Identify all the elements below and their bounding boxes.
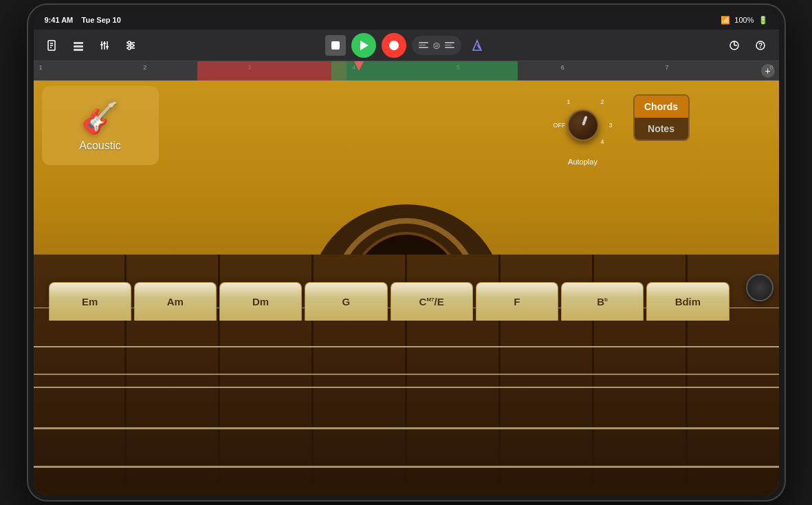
chord-button-G[interactable]: G bbox=[305, 282, 387, 321]
mixer-button[interactable] bbox=[94, 35, 115, 56]
autoplay-label-off: OFF bbox=[553, 122, 566, 129]
chord-button-F[interactable]: F bbox=[476, 282, 558, 321]
play-icon bbox=[360, 41, 369, 50]
help-button[interactable]: ? bbox=[750, 35, 771, 56]
record-icon bbox=[389, 41, 399, 50]
battery-icon: 🔋 bbox=[758, 16, 768, 25]
svg-rect-4 bbox=[74, 42, 83, 44]
time-display: 9:41 AM bbox=[45, 16, 74, 24]
chord-button-CM7E[interactable]: CM7/E bbox=[391, 282, 473, 321]
ipad-frame: 9:41 AM Tue Sep 10 📶 100% 🔋 bbox=[28, 5, 784, 500]
status-indicators: 📶 100% 🔋 bbox=[721, 16, 767, 25]
autoplay-dial-area[interactable]: OFF 1 2 3 4 bbox=[552, 94, 614, 156]
autoplay-label: Autoplay bbox=[568, 158, 597, 166]
mode-toggle: Chords Notes bbox=[633, 94, 690, 141]
chord-button-Am[interactable]: Am bbox=[134, 282, 217, 321]
home-button[interactable] bbox=[746, 274, 773, 301]
equal-icon: ⊜ bbox=[431, 40, 442, 51]
svg-rect-6 bbox=[74, 49, 83, 51]
main-content: 🎸 Acoustic OFF 1 2 3 4 Autoplay Chords N… bbox=[34, 80, 779, 495]
status-bar: 9:41 AM Tue Sep 10 📶 100% 🔋 bbox=[34, 10, 779, 30]
play-button[interactable] bbox=[351, 33, 376, 58]
svg-rect-5 bbox=[74, 45, 83, 47]
settings-button[interactable] bbox=[120, 35, 141, 56]
autoplay-label-4: 4 bbox=[600, 138, 604, 145]
timeline-playhead[interactable] bbox=[354, 61, 364, 71]
guitar-string-4 bbox=[34, 427, 779, 429]
chord-buttons: Em Am Dm G CM7/E F Bb Bdim bbox=[34, 282, 745, 321]
chord-button-Em[interactable]: Em bbox=[49, 282, 131, 321]
wifi-icon: 📶 bbox=[721, 16, 730, 25]
notes-mode-button[interactable]: Notes bbox=[635, 118, 688, 140]
toolbar-left bbox=[42, 35, 320, 56]
timeline-add-button[interactable]: + bbox=[761, 64, 775, 78]
instrument-panel[interactable]: 🎸 Acoustic bbox=[42, 86, 159, 165]
chord-button-Bdim[interactable]: Bdim bbox=[646, 282, 729, 321]
timeline-red-region[interactable] bbox=[197, 61, 347, 80]
new-song-button[interactable] bbox=[42, 35, 63, 56]
instrument-name: Acoustic bbox=[79, 140, 120, 152]
chords-mode-button[interactable]: Chords bbox=[635, 96, 688, 118]
status-time: 9:41 AM Tue Sep 10 bbox=[45, 16, 121, 24]
chord-button-Bb[interactable]: Bb bbox=[561, 282, 644, 321]
guitar-string-5 bbox=[34, 466, 779, 468]
autoplay-label-1: 1 bbox=[567, 98, 571, 105]
svg-rect-10 bbox=[100, 44, 103, 45]
battery-display: 100% bbox=[734, 16, 754, 24]
autoplay-label-2: 2 bbox=[600, 98, 604, 105]
acoustic-guitar-icon: 🎸 bbox=[81, 100, 119, 136]
svg-rect-12 bbox=[106, 46, 109, 47]
autoplay-label-3: 3 bbox=[608, 122, 612, 129]
svg-point-18 bbox=[128, 47, 131, 50]
toolbar-right: ? bbox=[493, 35, 771, 56]
stop-icon bbox=[331, 41, 340, 50]
svg-text:?: ? bbox=[758, 42, 762, 50]
tracks-button[interactable] bbox=[68, 35, 89, 56]
undo-button[interactable] bbox=[724, 35, 745, 56]
guitar-string-6 bbox=[34, 374, 779, 375]
timeline[interactable]: 12345678 + bbox=[34, 61, 779, 80]
guitar-string-2 bbox=[34, 346, 779, 347]
svg-point-17 bbox=[131, 44, 133, 47]
toolbar: ⊜ bbox=[34, 30, 779, 61]
tempo-control[interactable]: ⊜ bbox=[412, 36, 461, 55]
svg-rect-11 bbox=[103, 43, 106, 44]
stop-button[interactable] bbox=[325, 35, 346, 56]
chord-button-Dm[interactable]: Dm bbox=[219, 282, 302, 321]
toolbar-center: ⊜ bbox=[325, 33, 487, 58]
svg-point-16 bbox=[128, 41, 131, 44]
metronome-button[interactable] bbox=[467, 35, 487, 56]
date-display: Tue Sep 10 bbox=[82, 16, 121, 24]
autoplay-knob[interactable] bbox=[567, 109, 599, 141]
record-button[interactable] bbox=[382, 33, 406, 58]
autoplay-panel: OFF 1 2 3 4 Autoplay bbox=[552, 94, 614, 166]
guitar-string-3 bbox=[34, 387, 779, 388]
